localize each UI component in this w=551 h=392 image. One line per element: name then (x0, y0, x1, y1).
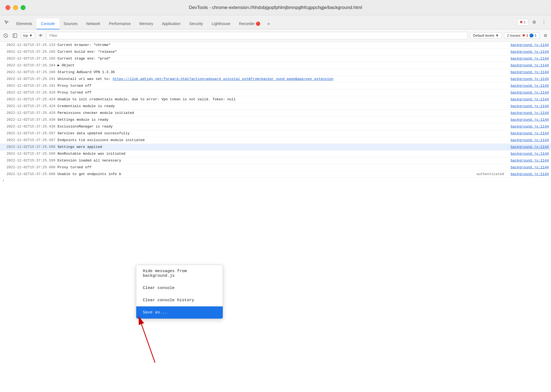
context-menu-item-clear-history[interactable]: Clear console history (136, 294, 223, 306)
log-source[interactable]: background.js:1144 (506, 144, 549, 150)
log-message: Unable to init credentials module, due t… (57, 97, 506, 102)
tab-network[interactable]: Network (82, 18, 104, 29)
log-row: 2022-12-02T15:37:25.429 Permissions chec… (0, 110, 551, 117)
log-source[interactable]: background.js:1144 (506, 110, 549, 116)
tab-application[interactable]: Application (157, 18, 185, 29)
log-source[interactable]: background.js:1144 (506, 131, 549, 136)
log-timestamp: 2022-12-02T15:37:25.191 (7, 76, 55, 82)
default-levels-selector[interactable]: Default levels ▼ (470, 32, 502, 39)
log-source[interactable]: background.js:1144 (506, 117, 549, 123)
log-message: Settings were applied (57, 144, 506, 150)
log-source[interactable]: background.js:1144 (506, 76, 549, 82)
log-source[interactable]: background.js:1144 (506, 56, 549, 61)
svg-rect-2 (13, 34, 17, 38)
log-message: Uninstall url was set to: https://link.a… (57, 76, 506, 82)
log-timestamp: 2022-12-02T15:37:25.600 (7, 172, 55, 177)
settings-icon[interactable]: ⚙ (530, 18, 538, 26)
log-source[interactable]: background.js:1144 (506, 42, 549, 48)
log-row: 2022-12-02T15:37:25.429 Proxy turned off… (0, 89, 551, 96)
tab-performance[interactable]: Performance (104, 18, 135, 29)
context-menu: Hide messages from background.js Clear c… (136, 265, 223, 319)
context-selector[interactable]: top ▼ (21, 32, 35, 39)
log-source[interactable]: background.js:1144 (506, 151, 549, 157)
log-source[interactable]: background.js:1144 (506, 124, 549, 129)
tab-recorder[interactable]: Recorder 🔴 (235, 18, 265, 29)
console-settings-icon[interactable]: ⚙ (542, 32, 549, 39)
default-levels-arrow-icon: ▼ (495, 33, 499, 38)
prompt-arrow-icon: › (2, 178, 4, 183)
log-row: 2022-12-02T15:37:25.598 Settings were ap… (0, 144, 551, 151)
log-row: 2022-12-02T15:37:25.191 Proxy turned off… (0, 83, 551, 89)
log-source[interactable]: background.js:1144 (506, 49, 549, 55)
log-message: Unable to get endpoints info b (57, 172, 474, 177)
log-message: NonRoutable module was initiated (57, 151, 506, 157)
log-row: 2022-12-02T15:37:25.597 Endpoints tld ex… (0, 137, 551, 144)
log-row: 2022-12-02T15:37:25.600 Unable to get en… (0, 171, 551, 178)
log-row: 2022-12-02T15:37:25.165 Current build en… (0, 49, 551, 55)
show-console-button[interactable] (11, 32, 18, 39)
log-row: 2022-12-02T15:37:25.600 Proxy turned off… (0, 164, 551, 171)
log-message: Settings module is ready (57, 117, 506, 123)
context-menu-item-clear[interactable]: Clear console (136, 282, 223, 294)
minimize-button[interactable] (13, 5, 18, 10)
issues-blue-icon: 🔵 1 (529, 33, 537, 38)
log-row: 2022-12-02T15:37:25.430 Settings module … (0, 117, 551, 123)
more-options-icon[interactable]: ⋮ (540, 18, 548, 26)
log-message: Proxy turned off (57, 83, 506, 89)
more-tabs-button[interactable]: » (265, 18, 273, 29)
svg-line-1 (5, 35, 7, 37)
error-count: 1 (524, 20, 526, 24)
log-message: Credentials module is ready (57, 104, 506, 109)
filter-input[interactable] (47, 32, 468, 39)
close-button[interactable] (5, 5, 10, 10)
context-menu-item-hide[interactable]: Hide messages from background.js (136, 265, 223, 282)
log-source[interactable]: background.js:1144 (506, 104, 549, 109)
log-source[interactable]: background.js:1144 (506, 138, 549, 143)
console-prompt: › (0, 178, 551, 183)
log-source[interactable]: background.js:1144 (506, 70, 549, 75)
traffic-lights (5, 5, 26, 10)
log-timestamp: 2022-12-02T15:37:25.429 (7, 104, 55, 109)
tab-elements[interactable]: Elements (12, 18, 36, 29)
log-timestamp: 2022-12-02T15:37:25.430 (7, 117, 55, 123)
log-source[interactable]: background.js:1144 (506, 83, 549, 89)
tab-security[interactable]: Security (185, 18, 208, 29)
log-source[interactable]: background.js:1144 (506, 63, 549, 68)
context-menu-item-save-as[interactable]: Save as... (136, 306, 223, 319)
context-arrow-icon: ▼ (29, 33, 33, 38)
log-source[interactable]: background.js:1144 (506, 158, 549, 163)
log-timestamp: 2022-12-02T15:37:25.429 (7, 110, 55, 116)
log-row: 2022-12-02T15:37:25.191 Uninstall url wa… (0, 76, 551, 83)
maximize-button[interactable] (21, 5, 26, 10)
eye-icon[interactable]: 👁 (37, 32, 44, 39)
log-source[interactable]: background.js:1144 (506, 172, 549, 177)
log-source[interactable]: background.js:1144 (506, 90, 549, 95)
log-source[interactable]: background.js:1144 (506, 97, 549, 102)
log-message: Current stage env: "prod" (57, 56, 506, 61)
window-title: DevTools - chrome-extension://hhdobjgopf… (189, 5, 362, 10)
log-timestamp: 2022-12-02T15:37:25.599 (7, 151, 55, 157)
tab-memory[interactable]: Memory (135, 18, 158, 29)
log-row: 2022-12-02T15:37:25.184 ▶ Object backgro… (0, 62, 551, 69)
log-row: 2022-12-02T15:37:25.188 Starting AdGuard… (0, 69, 551, 76)
console-content: 2022-12-02T15:37:25.133 Current browser:… (0, 42, 551, 392)
log-row: 2022-12-02T15:37:25.430 ExclusionsManage… (0, 123, 551, 130)
inspect-element-icon[interactable] (3, 18, 10, 26)
log-message: Current browser: "chrome" (57, 42, 506, 48)
log-source[interactable]: background.js:1144 (506, 165, 549, 170)
title-bar: DevTools - chrome-extension://hhdobjgopf… (0, 0, 551, 15)
log-message: ExclusionsManager is ready (57, 124, 506, 129)
clear-console-button[interactable] (2, 32, 9, 39)
log-timestamp: 2022-12-02T15:37:25.165 (7, 49, 55, 55)
log-row: 2022-12-02T15:37:25.429 Credentials modu… (0, 103, 551, 110)
error-badge[interactable]: ✖ 1 (517, 19, 528, 26)
console-toolbar: top ▼ 👁 Default levels ▼ 2 Issues: ✖ 1 🔵… (0, 29, 551, 42)
log-timestamp: 2022-12-02T15:37:25.430 (7, 124, 55, 129)
issues-badge[interactable]: 2 Issues: ✖ 1 🔵 1 (504, 32, 540, 39)
tab-sources[interactable]: Sources (59, 18, 82, 29)
log-timestamp: 2022-12-02T15:37:25.600 (7, 165, 55, 170)
log-link[interactable]: https://link.adtidy.net/forward.html?act… (113, 77, 333, 81)
log-timestamp: 2022-12-02T15:37:25.165 (7, 56, 55, 61)
tab-lighthouse[interactable]: Lighthouse (207, 18, 235, 29)
tab-console[interactable]: Console (36, 18, 59, 29)
